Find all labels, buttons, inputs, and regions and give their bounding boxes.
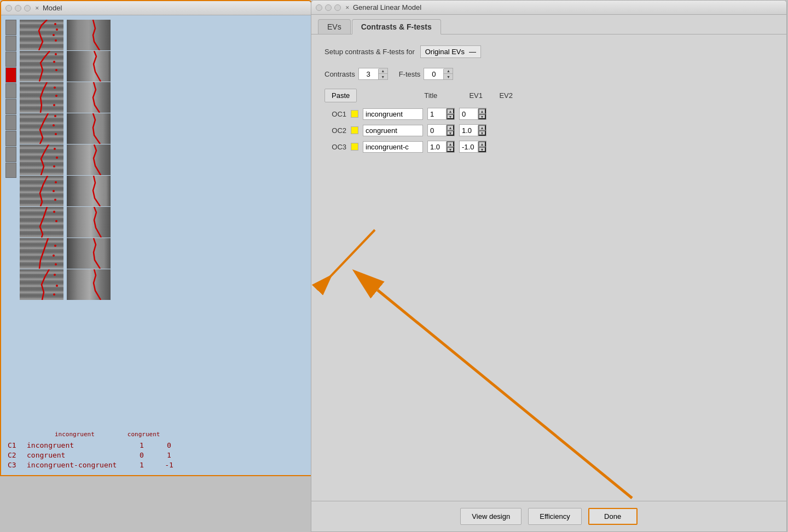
bottom-bar: View design Efficiency Done	[311, 501, 786, 531]
matrix-col-2	[67, 20, 111, 426]
oc3-ev1-down[interactable]: ▼	[447, 147, 454, 152]
svg-point-2	[53, 34, 55, 36]
svg-point-17	[53, 190, 55, 192]
contrasts-control: Contrasts 3 ▲ ▼	[325, 68, 388, 80]
oc1-ev1-up[interactable]: ▲	[447, 108, 454, 114]
oc2-ev1-down[interactable]: ▼	[447, 130, 454, 136]
oc1-ev1-arrows: ▲ ▼	[447, 108, 454, 119]
glm-titlebar: ✕ General Linear Model	[311, 1, 786, 15]
contrasts-label: Contrasts	[325, 70, 355, 78]
stripe-block-2	[67, 238, 111, 269]
svg-point-20	[55, 220, 57, 222]
ev-cell	[5, 83, 16, 99]
view-design-button[interactable]: View design	[460, 508, 522, 525]
svg-point-24	[54, 274, 56, 276]
model-titlebar: ✕ Model	[1, 1, 311, 15]
glm-close-light[interactable]	[316, 4, 322, 11]
oc2-row: OC2 0 ▲ ▼ 1.0 ▲ ▼	[325, 124, 773, 136]
oc2-ev2-down[interactable]: ▼	[478, 130, 486, 136]
glm-minimize-light[interactable]	[325, 4, 332, 11]
oc2-ev1-spinbox[interactable]: 0 ▲ ▼	[427, 124, 455, 136]
contrast-table: C1 incongruent 1 0 C2 congruent 0 1 C3 i…	[5, 441, 306, 471]
oc2-color-box[interactable]	[351, 126, 358, 134]
svg-point-1	[56, 28, 58, 31]
glm-maximize-light[interactable]	[334, 4, 341, 11]
svg-point-13	[54, 148, 56, 150]
contrasts-up[interactable]: ▲	[379, 68, 387, 74]
oc1-title-input[interactable]	[363, 108, 423, 120]
oc1-ev1-down[interactable]: ▼	[447, 114, 454, 119]
ftests-down[interactable]: ▼	[444, 74, 453, 79]
ftests-value: 0	[424, 69, 444, 79]
svg-point-14	[56, 157, 58, 159]
stripe-block	[20, 20, 63, 50]
tab-bar: EVs Contrasts & F-tests	[311, 15, 786, 34]
oc2-ev2-spinbox[interactable]: 1.0 ▲ ▼	[459, 124, 486, 136]
oc3-title-input[interactable]	[363, 141, 423, 153]
c3-val1: 1	[131, 461, 153, 469]
col-label-incongruent: incongruent	[55, 431, 95, 438]
oc2-ev1-up[interactable]: ▲	[447, 125, 454, 130]
oc2-ev1-value: 0	[428, 125, 447, 136]
ev-cell	[5, 163, 16, 178]
oc2-ev2-value: 1.0	[460, 125, 478, 136]
setup-label: Setup contrasts & F-tests for	[325, 48, 415, 56]
stripe-block	[20, 51, 63, 82]
window-close-icon: ✕	[35, 5, 39, 11]
oc2-ev2-up[interactable]: ▲	[478, 125, 486, 130]
oc2-ev1-arrows: ▲ ▼	[447, 125, 454, 136]
svg-point-25	[56, 285, 58, 287]
matrix-col-1	[20, 20, 63, 426]
svg-point-4	[55, 53, 57, 55]
svg-point-8	[55, 95, 57, 97]
oc3-color-box[interactable]	[351, 143, 358, 151]
oc1-row: OC1 1 ▲ ▼ 0 ▲ ▼	[325, 108, 773, 120]
oc3-ev2-spinbox[interactable]: -1.0 ▲ ▼	[459, 141, 486, 153]
stripe-block-2	[67, 269, 111, 300]
ftests-spinbox[interactable]: 0 ▲ ▼	[424, 68, 453, 80]
stripe-block	[20, 238, 63, 269]
contrast-column-labels: incongruent congruent	[5, 431, 306, 438]
setup-dropdown[interactable]: Original EVs —	[420, 45, 481, 58]
oc1-ev1-spinbox[interactable]: 1 ▲ ▼	[427, 108, 455, 120]
stripe-block-2	[67, 207, 111, 238]
contrasts-down[interactable]: ▼	[379, 74, 387, 79]
oc1-ev2-down[interactable]: ▼	[478, 114, 486, 119]
ftests-label: F-tests	[399, 70, 421, 78]
stripe-block	[20, 82, 63, 113]
oc2-title-input[interactable]	[363, 125, 423, 136]
oc1-ev2-up[interactable]: ▲	[478, 108, 486, 114]
stripe-block	[20, 113, 63, 144]
efficiency-button[interactable]: Efficiency	[528, 508, 581, 525]
done-button[interactable]: Done	[588, 508, 638, 525]
oc1-color-box[interactable]	[351, 110, 358, 118]
oc3-ev1-up[interactable]: ▲	[447, 141, 454, 147]
svg-point-3	[55, 39, 57, 42]
c2-label: congruent	[27, 451, 125, 459]
c3-name: C3	[8, 461, 21, 469]
oc3-ev2-down[interactable]: ▼	[478, 147, 486, 152]
oc3-ev1-spinbox[interactable]: 1.0 ▲ ▼	[427, 141, 455, 153]
ev-cell	[5, 131, 16, 146]
stripe-block	[20, 269, 63, 300]
oc1-label: OC1	[325, 110, 346, 118]
paste-button[interactable]: Paste	[325, 89, 357, 102]
oc1-ev1-value: 1	[428, 109, 447, 119]
minimize-light[interactable]	[15, 5, 21, 11]
maximize-light[interactable]	[24, 5, 31, 11]
tab-evs[interactable]: EVs	[318, 19, 351, 34]
contrasts-value: 3	[359, 69, 379, 79]
stripe-block-2	[67, 82, 111, 113]
oc1-ev2-spinbox[interactable]: 0 ▲ ▼	[459, 108, 486, 120]
close-light[interactable]	[5, 5, 12, 11]
c1-name: C1	[8, 441, 21, 449]
contrasts-spinbox[interactable]: 3 ▲ ▼	[358, 68, 388, 80]
c2-name: C2	[8, 451, 21, 459]
stripe-block-2	[67, 176, 111, 206]
c3-label: incongruent-congruent	[27, 461, 125, 469]
glm-traffic-lights	[316, 4, 341, 11]
oc3-ev2-up[interactable]: ▲	[478, 141, 486, 147]
ftests-arrows: ▲ ▼	[444, 68, 453, 79]
tab-contrasts[interactable]: Contrasts & F-tests	[352, 19, 441, 34]
ftests-up[interactable]: ▲	[444, 68, 453, 74]
